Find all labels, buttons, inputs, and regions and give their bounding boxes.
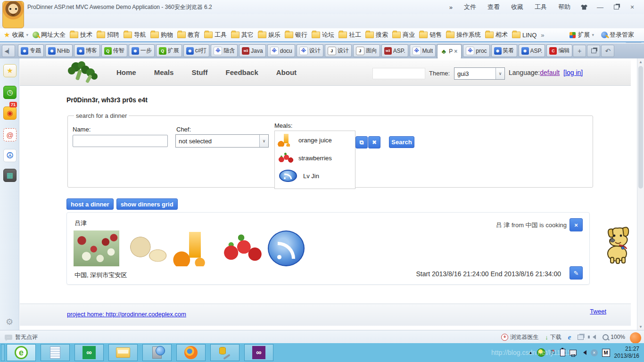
browser-tab[interactable]: P × <box>437 44 462 58</box>
zoom-control[interactable]: 100% <box>603 334 625 340</box>
taskbar-app-button[interactable] <box>7 344 36 361</box>
meals-listbox[interactable]: orange juice strawberries Lv Jin <box>274 131 355 189</box>
browser-tab[interactable]: docu <box>267 44 295 57</box>
meal-option[interactable]: Lv Jin <box>275 167 355 185</box>
bookmarks-overflow-icon[interactable]: » <box>541 32 544 39</box>
browser-tab[interactable]: 一步 <box>129 44 155 57</box>
minimize-button[interactable]: — <box>593 2 607 12</box>
tray-sync-icon[interactable]: × <box>591 349 598 356</box>
bookmark-folder[interactable]: 论坛 <box>312 31 334 39</box>
theme-select[interactable]: gui3 ∨ <box>454 67 505 80</box>
tray-network-icon[interactable] <box>570 350 577 355</box>
browser-tab[interactable]: 扩展 <box>156 44 182 57</box>
bookmark-daohang[interactable]: 网址大全 <box>33 31 66 39</box>
meal-option[interactable]: orange juice <box>275 131 355 149</box>
vertical-scrollbar[interactable]: ▲ ▼ <box>637 58 644 330</box>
close-button[interactable]: × <box>625 2 639 12</box>
dinner-delete-button[interactable]: × <box>570 218 583 231</box>
speaker-icon[interactable] <box>590 335 596 339</box>
browser-tab[interactable]: proc <box>463 44 489 57</box>
taskbar-app-button[interactable] <box>244 344 273 361</box>
favorites-panel-icon[interactable]: ★ <box>3 64 17 77</box>
ie-mode-icon[interactable]: e <box>568 333 571 341</box>
bookmark-folder[interactable]: 银行 <box>285 31 307 39</box>
bookmark-folder[interactable]: 社工 <box>339 31 361 39</box>
search-button[interactable]: Search <box>389 136 414 148</box>
language-link[interactable]: default <box>540 69 560 76</box>
weibo-panel-icon[interactable]: ◉ <box>3 107 17 120</box>
browser-tab[interactable]: Mult <box>410 44 436 57</box>
nav-item[interactable]: Home <box>116 68 136 76</box>
comment-bubble-icon[interactable]: … <box>5 335 12 340</box>
bookmark-folder[interactable]: 购物 <box>150 31 173 39</box>
host-dinner-button[interactable]: host a dinner <box>66 198 114 210</box>
browser-tab[interactable]: 面向 <box>353 44 380 57</box>
browser-tab[interactable]: ASP. <box>381 44 408 57</box>
tweet-link[interactable]: Tweet <box>590 308 606 315</box>
nav-item[interactable]: Feedback <box>226 68 258 76</box>
bookmark-folder[interactable]: 相术 <box>485 31 508 39</box>
translate-panel-icon[interactable]: ☮ <box>3 149 17 162</box>
bookmark-folder[interactable]: 操作系统 <box>446 31 481 39</box>
menu-file[interactable]: 文件 <box>459 1 481 13</box>
menu-overflow-icon[interactable]: » <box>445 2 457 13</box>
browser-tab[interactable]: NHib <box>45 44 73 57</box>
taskbar-app-button[interactable] <box>41 344 70 361</box>
reopen-closed-tab-button[interactable]: ↶ <box>601 45 614 57</box>
browser-tab[interactable]: 传智 <box>101 44 127 57</box>
browser-tab[interactable]: 编辑 <box>546 44 572 57</box>
desktop-pet-dog[interactable] <box>598 224 632 265</box>
nav-item[interactable]: Stuff <box>191 68 207 76</box>
assistant-ball-icon[interactable] <box>630 332 641 344</box>
window-mode-icon[interactable] <box>578 335 584 340</box>
extensions-menu[interactable]: 扩展 ▾ <box>570 31 594 39</box>
settings-gear-icon[interactable]: ⚙ <box>3 316 16 328</box>
bookmark-folder[interactable]: 娱乐 <box>258 31 281 39</box>
duplicate-tab-button[interactable] <box>587 45 600 57</box>
bookmark-folder[interactable]: 导航 <box>124 31 146 39</box>
bookmark-folder[interactable]: 其它 <box>231 31 254 39</box>
taskbar-app-button[interactable] <box>210 344 239 361</box>
bookmark-folder[interactable]: 技术 <box>70 31 92 39</box>
scroll-down-icon[interactable]: ▼ <box>637 323 644 330</box>
bookmark-folder[interactable]: 搜索 <box>365 31 388 39</box>
meal-option[interactable]: strawberries <box>275 149 355 167</box>
taskbar-app-button[interactable] <box>74 344 104 361</box>
history-panel-icon[interactable]: ◷ <box>3 86 17 99</box>
browser-tab[interactable]: ASP. <box>519 44 545 57</box>
bookmark-folder[interactable]: 商业 <box>392 31 415 39</box>
tab-scroll-left-button[interactable]: ◀▏ <box>2 45 15 57</box>
browser-tab[interactable]: 笑看 <box>491 44 517 57</box>
login-manager[interactable]: 登录管家 <box>601 31 634 39</box>
favorites-menu[interactable]: ★ 收藏 ▾ <box>4 31 28 39</box>
tray-battery-icon[interactable] <box>560 349 565 356</box>
tray-clock[interactable]: 21:27 2013/8/16 <box>614 346 642 360</box>
show-dinners-grid-button[interactable]: show dinners grid <box>116 198 178 210</box>
mail-panel-icon[interactable]: @ <box>3 128 17 141</box>
user-avatar[interactable] <box>2 1 24 28</box>
nav-item[interactable]: Meals <box>154 68 174 76</box>
bookmark-folder[interactable]: 销售 <box>419 31 442 39</box>
name-input[interactable] <box>73 135 168 147</box>
meals-clear-button[interactable]: ✖ <box>368 136 380 148</box>
menu-tools[interactable]: 工具 <box>530 1 552 13</box>
bookmark-folder[interactable]: 教育 <box>177 31 200 39</box>
tray-ime-icon[interactable]: M <box>602 349 610 357</box>
browser-tab[interactable]: 隐含 <box>211 44 238 57</box>
browser-tab[interactable]: Java <box>239 44 265 57</box>
menu-favorites[interactable]: 收藏 <box>506 1 528 13</box>
tray-volume-icon[interactable] <box>581 350 586 355</box>
taskbar-app-button[interactable] <box>142 344 172 361</box>
menu-help[interactable]: 帮助 <box>553 1 575 13</box>
bookmark-folder[interactable]: 工具 <box>204 31 227 39</box>
video-panel-icon[interactable]: ▦ <box>3 169 17 182</box>
new-tab-button[interactable]: + <box>573 45 586 57</box>
header-text-input[interactable] <box>372 68 425 79</box>
scroll-up-icon[interactable]: ▲ <box>637 58 644 65</box>
dinner-edit-button[interactable]: ✎ <box>570 266 583 280</box>
taskbar-app-button[interactable] <box>176 344 206 361</box>
taskbar-app-button[interactable] <box>108 344 138 361</box>
skin-icon[interactable] <box>577 2 591 12</box>
project-home-link[interactable]: project home: http://prodinner.codeplex.… <box>67 311 186 318</box>
tab-close-icon[interactable]: × <box>454 48 457 55</box>
